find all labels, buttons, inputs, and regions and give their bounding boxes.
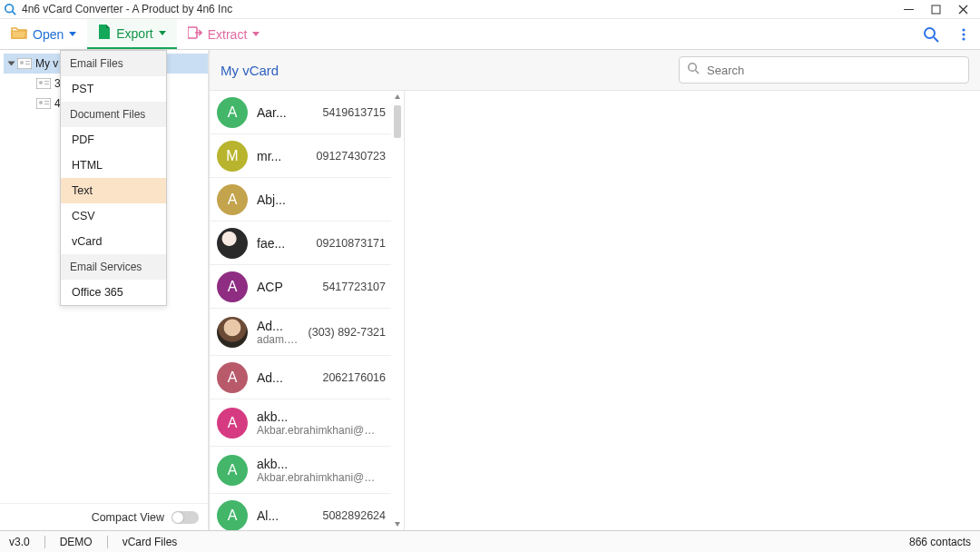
vcard-icon [36, 98, 51, 109]
contact-phone: 2062176016 [322, 371, 386, 384]
export-label: Export [116, 26, 152, 41]
contact-row[interactable]: AACP5417723107 [210, 265, 391, 309]
search-input[interactable] [707, 64, 961, 77]
contact-phone: 5419613715 [322, 106, 386, 119]
svg-point-10 [962, 33, 965, 35]
scroll-thumb[interactable] [394, 105, 401, 138]
search-icon [687, 62, 700, 78]
svg-line-25 [696, 71, 700, 74]
contact-name: Ad... [257, 370, 313, 385]
contact-phone: 5082892624 [322, 509, 386, 522]
contact-row[interactable]: Mmr...09127430723 [210, 134, 391, 178]
avatar [217, 228, 248, 259]
export-option-pst[interactable]: PST [61, 76, 166, 102]
contact-detail-pane [405, 91, 980, 530]
compact-view-toggle[interactable] [172, 511, 199, 524]
contact-phone: 09127430723 [317, 150, 386, 163]
contact-name: ACP [257, 280, 313, 294]
contact-phone: 5417723107 [322, 281, 386, 293]
extract-menu-button[interactable]: Extract [177, 19, 271, 49]
caret-down-icon [69, 32, 76, 36]
extract-icon [188, 26, 202, 42]
contact-row[interactable]: Ad...adam.cohen@dgslaw.com(303) 892-7321 [210, 309, 391, 356]
caret-expanded-icon [8, 62, 15, 66]
svg-point-24 [689, 64, 697, 72]
export-option-vcard[interactable]: vCard [61, 229, 166, 254]
status-bar: v3.0 DEMO vCard Files 866 contacts [0, 530, 980, 552]
contact-name: akb... [257, 409, 377, 424]
scroll-down-arrow-icon[interactable] [391, 518, 404, 530]
svg-point-7 [925, 28, 935, 38]
sidebar: My v 3 4 Email Files PST Document Files … [0, 50, 209, 530]
open-label: Open [33, 27, 64, 42]
contact-phone: (303) 892-7321 [309, 326, 386, 339]
contact-row[interactable]: AAd...2062176016 [210, 356, 391, 399]
window-title: 4n6 vCard Converter - A Product by 4n6 I… [22, 3, 232, 15]
folder-open-icon [11, 26, 27, 42]
export-dropdown: Email Files PST Document Files PDF HTML … [60, 50, 167, 306]
more-options-button[interactable] [947, 19, 980, 49]
main-toolbar: Open Export Extract [0, 19, 980, 50]
close-button[interactable] [949, 0, 976, 19]
export-option-csv[interactable]: CSV [61, 203, 166, 229]
scroll-up-arrow-icon[interactable] [391, 91, 404, 104]
page-title: My vCard [220, 63, 279, 78]
export-option-pdf[interactable]: PDF [61, 127, 166, 153]
contact-list-scrollbar[interactable] [391, 91, 404, 530]
caret-down-icon [252, 32, 260, 36]
search-box[interactable] [679, 56, 969, 84]
contact-name: Abj... [257, 192, 377, 207]
contact-email: Akbar.ebrahimkhani@gmail.co [257, 471, 377, 484]
svg-point-9 [962, 28, 965, 31]
vcard-icon [36, 78, 51, 89]
contact-phone: 09210873171 [317, 237, 386, 250]
svg-point-0 [5, 5, 14, 13]
contact-row[interactable]: fae...09210873171 [210, 222, 391, 265]
title-bar: 4n6 vCard Converter - A Product by 4n6 I… [0, 0, 980, 19]
dropdown-header-email-services: Email Services [61, 254, 166, 280]
export-menu-button[interactable]: Export [87, 19, 176, 49]
avatar [217, 317, 248, 348]
svg-rect-3 [932, 5, 940, 14]
extract-label: Extract [208, 27, 248, 42]
status-version: v3.0 [9, 536, 30, 548]
contact-row[interactable]: AAar...5419613715 [210, 91, 391, 134]
avatar: M [217, 141, 248, 172]
svg-line-8 [934, 37, 938, 42]
contact-row[interactable]: Aakb...Akbar.ebrahimkhani@gmail.co [210, 447, 391, 494]
svg-rect-15 [25, 64, 30, 64]
avatar: A [217, 362, 248, 393]
vcard-icon [17, 58, 32, 69]
contact-name: Al... [257, 508, 313, 523]
export-option-office365[interactable]: Office 365 [61, 280, 166, 305]
svg-rect-23 [44, 104, 49, 104]
svg-rect-22 [44, 101, 49, 102]
contact-name: mr... [257, 149, 308, 163]
contact-email: Akbar.ebrahimkhani@gmail.co [257, 424, 377, 437]
contact-row[interactable]: Aakb...Akbar.ebrahimkhani@gmail.co [210, 399, 391, 447]
avatar: A [217, 500, 248, 531]
open-menu-button[interactable]: Open [0, 19, 87, 49]
avatar: A [217, 455, 248, 486]
export-option-html[interactable]: HTML [61, 153, 166, 178]
contact-list: AAar...5419613715Mmr...09127430723AAbj..… [210, 91, 391, 530]
compact-view-row: Compact View [0, 503, 208, 530]
contact-row[interactable]: AAl...5082892624 [210, 494, 391, 530]
caret-down-icon [159, 31, 166, 35]
minimize-button[interactable] [895, 0, 922, 19]
contact-list-column: AAar...5419613715Mmr...09127430723AAbj..… [210, 91, 405, 530]
svg-line-1 [13, 12, 16, 15]
svg-rect-18 [44, 81, 49, 82]
contact-row[interactable]: AAbj... [210, 178, 391, 222]
svg-point-13 [20, 61, 24, 64]
export-option-text[interactable]: Text [61, 178, 166, 203]
global-search-button[interactable] [915, 19, 947, 49]
contact-name: fae... [257, 236, 308, 251]
dropdown-header-document-files: Document Files [61, 102, 166, 127]
avatar: A [217, 97, 248, 128]
maximize-button[interactable] [922, 0, 949, 19]
app-logo-icon [4, 3, 16, 15]
svg-point-21 [39, 101, 43, 104]
svg-point-11 [962, 37, 965, 40]
file-export-icon [98, 25, 111, 42]
